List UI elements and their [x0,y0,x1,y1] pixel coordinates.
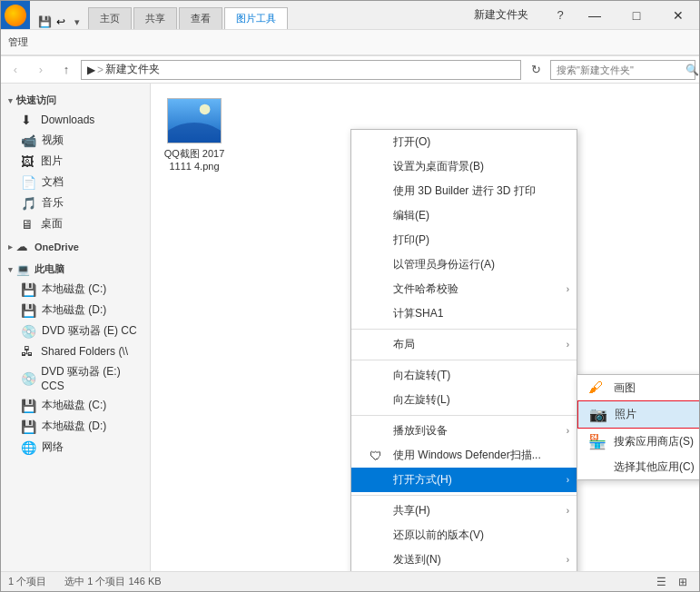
network-icon: 🌐 [21,440,36,455]
pictures-icon: 🖼 [21,154,35,169]
ctx-send-to[interactable]: 发送到(N) › [351,548,577,571]
svg-point-2 [200,104,211,115]
sidebar-item-label: 音乐 [42,195,64,211]
chevron-icon: ▾ [8,265,13,274]
customize-icon[interactable]: ▾ [70,15,84,29]
quick-save-icon[interactable]: 💾 [37,15,52,29]
logo-image [5,5,26,26]
back-button[interactable]: ‹ [5,60,26,80]
refresh-button[interactable]: ↻ [525,60,547,80]
ctx-share[interactable]: 共享(H) › [351,498,577,523]
sidebar-item-network[interactable]: 🌐 网络 [1,437,150,458]
sidebar-item-shared[interactable]: 🖧 Shared Folders (\\ [1,341,150,361]
this-pc-section: ▾ 💻 此电脑 💾 本地磁盘 (C:) 💾 本地磁盘 (D:) 💿 DVD 驱动… [1,260,150,458]
sidebar-item-drive-d1[interactable]: 💾 本地磁盘 (D:) [1,300,150,321]
photos-icon: 📷 [589,406,607,423]
ctx-rotate-right[interactable]: 向右旋转(T) [351,363,577,388]
submenu-other-label: 选择其他应用(C) [614,459,695,475]
search-icon: 🔍 [685,64,699,76]
sidebar-drive-label: 本地磁盘 (C:) [42,281,106,297]
sidebar-item-docs[interactable]: 📄 文档 [1,172,150,192]
sidebar-item-label: 图片 [41,153,63,169]
search-box[interactable]: 🔍 [550,60,695,80]
onedrive-header[interactable]: ▸ ☁ OneDrive [1,238,150,256]
sidebar-item-video[interactable]: 📹 视频 [1,130,150,151]
ctx-open-with[interactable]: 打开方式(H) › [351,468,577,492]
sidebar: ▾ 快速访问 ⬇ Downloads 📹 视频 🖼 图片 📄 文档 [1,84,151,571]
titlebar: 💾 ↩ ▾ 主页 共享 查看 图片工具 新建文件夹 ? — □ ✕ [1,1,699,30]
quick-access-header[interactable]: ▾ 快速访问 [1,91,150,110]
chevron-icon: ▸ [8,242,13,252]
submenu-store-label: 搜索应用商店(S) [614,434,694,449]
ctx-open[interactable]: 打开(O) [351,130,577,154]
sidebar-item-drive-c2[interactable]: 💾 本地磁盘 (C:) [1,395,150,416]
this-pc-header[interactable]: ▾ 💻 此电脑 [1,260,150,279]
address-path[interactable]: ▶ > 新建文件夹 [81,60,521,80]
ctx-cast[interactable]: 播放到设备 › [351,419,577,443]
drive-d2-icon: 💾 [21,419,36,434]
ctx-defender[interactable]: 🛡 使用 Windows Defender扫描... [351,443,577,468]
ctx-sha1[interactable]: 计算SHA1 [351,301,577,326]
sidebar-drive-label: 本地磁盘 (D:) [42,302,106,318]
search-input[interactable] [557,64,682,75]
hash-arrow: › [567,284,569,294]
up-button[interactable]: ↑ [55,60,77,80]
tab-picture-tools[interactable]: 图片工具 [224,7,288,29]
close-button[interactable]: ✕ [657,1,699,29]
minimize-button[interactable]: — [574,1,616,29]
sidebar-item-music[interactable]: 🎵 音乐 [1,192,150,213]
help-button[interactable]: ? [547,1,574,29]
share-arrow: › [567,506,569,516]
addressbar: ‹ › ↑ ▶ > 新建文件夹 ↻ 🔍 [1,56,699,84]
sidebar-item-label: Downloads [41,113,94,126]
cast-arrow: › [567,426,569,436]
docs-icon: 📄 [21,175,36,190]
view-grid-button[interactable]: ⊞ [674,574,692,590]
ctx-layout[interactable]: 布局 › [351,332,577,357]
ctx-divider-3 [351,415,577,416]
window-controls: ? — □ ✕ [547,1,699,29]
ctx-edit[interactable]: 编辑(E) [351,203,577,228]
ctx-rotate-left[interactable]: 向左旋转(L) [351,388,577,412]
ctx-divider-1 [351,329,577,330]
dvd-e-icon: 💿 [21,324,36,339]
ctx-hash[interactable]: 文件哈希校验 › [351,277,577,301]
submenu-store[interactable]: 🏪 搜索应用商店(S) [577,429,699,455]
path-text: ▶ [87,64,95,76]
sidebar-item-dvd-e2[interactable]: 💿 DVD 驱动器 (E:) CCS [1,361,150,395]
tab-share[interactable]: 共享 [133,7,177,29]
sidebar-item-drive-c1[interactable]: 💾 本地磁盘 (C:) [1,279,150,300]
path-folder: 新建文件夹 [105,62,160,77]
ctx-restore[interactable]: 还原以前的版本(V) [351,523,577,548]
ribbon: 管理 [1,30,699,56]
sidebar-item-dvd-e1[interactable]: 💿 DVD 驱动器 (E) CC [1,321,150,341]
sidebar-item-drive-d2[interactable]: 💾 本地磁盘 (D:) [1,416,150,437]
downloads-icon: ⬇ [21,113,35,127]
submenu-paint[interactable]: 🖌 画图 [577,375,699,400]
quick-undo-icon[interactable]: ↩ [54,15,68,29]
ctx-divider-4 [351,495,577,496]
submenu-photos[interactable]: 📷 照片 [577,400,699,429]
view-list-button[interactable]: ☰ [652,574,670,590]
ctx-3d-print[interactable]: 使用 3D Builder 进行 3D 打印 [351,179,577,203]
store-icon: 🏪 [588,433,606,450]
file-item-qq[interactable]: QQ截图 20171111 4.png [158,91,231,181]
forward-button[interactable]: › [30,60,52,80]
ctx-run-admin[interactable]: 以管理员身份运行(A) [351,252,577,277]
sidebar-drive-label: 网络 [42,439,64,455]
ctx-set-wallpaper[interactable]: 设置为桌面背景(B) [351,154,577,179]
sidebar-item-pictures[interactable]: 🖼 图片 [1,151,150,172]
ctx-print[interactable]: 打印(P) [351,228,577,252]
main-area: ▾ 快速访问 ⬇ Downloads 📹 视频 🖼 图片 📄 文档 [1,84,699,571]
tab-view[interactable]: 查看 [179,7,222,29]
tab-home[interactable]: 主页 [88,7,132,29]
dvd-e2-icon: 💿 [21,371,35,386]
sidebar-drive-label: DVD 驱动器 (E:) CCS [41,364,143,392]
submenu-paint-label: 画图 [614,380,636,396]
music-icon: 🎵 [21,196,36,211]
maximize-button[interactable]: □ [616,1,657,29]
submenu-other[interactable]: 选择其他应用(C) [577,455,699,479]
sidebar-item-downloads[interactable]: ⬇ Downloads [1,110,150,130]
drive-c-icon: 💾 [21,282,36,297]
sidebar-item-desktop[interactable]: 🖥 桌面 [1,213,150,234]
